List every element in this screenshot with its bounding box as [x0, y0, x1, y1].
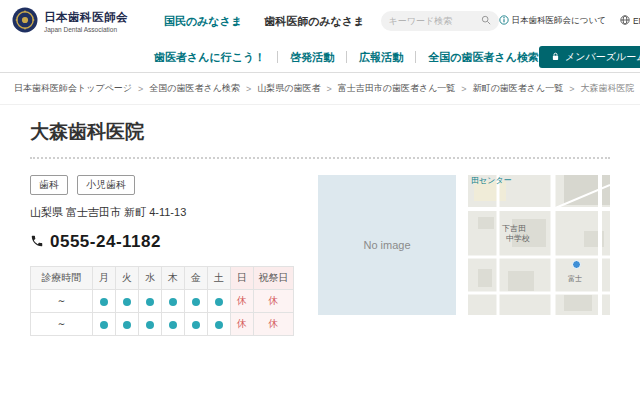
english-link[interactable]: ENGLISH [620, 15, 640, 27]
map-embed[interactable]: 田センター 下吉田 中学校 富士 [468, 175, 610, 315]
hours-header-sun: 日 [231, 267, 254, 290]
no-image-label: No image [363, 239, 410, 251]
content-columns: 歯科 小児歯科 山梨県 富士吉田市 新町 4-11-13 0555-24-118… [30, 175, 610, 336]
breadcrumb-link-district[interactable]: 新町の歯医者さん一覧 [473, 82, 564, 95]
specialty-tag-dental: 歯科 [30, 175, 68, 195]
closed-cell-holiday: 休 [254, 290, 294, 313]
open-cell-fri [185, 313, 208, 336]
header-bottom: 歯医者さんに行こう！ 啓発活動 広報活動 全国の歯医者さん検索 メンバーズルーム [0, 42, 640, 72]
site-header: 日本歯科医師会 Japan Dental Association 国民のみなさま… [0, 0, 640, 73]
breadcrumb-separator: > [138, 84, 143, 94]
english-label: ENGLISH [633, 16, 640, 26]
map-label-school-line1: 下吉田 [502, 225, 526, 234]
brand-home-link[interactable]: 日本歯科医師会 Japan Dental Association [12, 7, 154, 35]
nav-dentists[interactable]: 歯科医師のみなさま [264, 14, 364, 29]
breadcrumb-link-prefecture[interactable]: 山梨県の歯医者 [257, 82, 320, 95]
open-dot [123, 298, 131, 306]
nav-citizens[interactable]: 国民のみなさま [164, 14, 242, 29]
main-content: 大森歯科医院 歯科 小児歯科 山梨県 富士吉田市 新町 4-11-13 0555… [0, 105, 640, 336]
search-box [381, 11, 499, 31]
nav-publicity[interactable]: 広報活動 [359, 50, 403, 65]
hours-header-time: 診療時間 [31, 267, 93, 290]
nav-divider [415, 51, 416, 63]
open-dot [100, 298, 108, 306]
specialty-tag-pediatric: 小児歯科 [77, 175, 135, 195]
nav-divider [277, 51, 278, 63]
clinic-address: 山梨県 富士吉田市 新町 4-11-13 [30, 205, 306, 220]
open-cell-thu [162, 290, 185, 313]
hours-row-1: ～ 休 休 [31, 290, 294, 313]
page: 日本歯科医師会 Japan Dental Association 国民のみなさま… [0, 0, 640, 336]
hours-header-tue: 火 [116, 267, 139, 290]
members-room-button[interactable]: メンバーズルーム [539, 46, 640, 68]
jda-logo-icon [12, 7, 38, 35]
breadcrumb-current: 大森歯科医院 [581, 82, 635, 95]
open-dot [215, 321, 223, 329]
map-poi-marker [572, 260, 581, 269]
nav-dentist-search[interactable]: 全国の歯医者さん検索 [428, 50, 539, 65]
breadcrumb-link-home[interactable]: 日本歯科医師会トップページ [14, 82, 132, 95]
clinic-info-column: 歯科 小児歯科 山梨県 富士吉田市 新町 4-11-13 0555-24-118… [30, 175, 306, 336]
about-jda-label: 日本歯科医師会について [512, 15, 606, 27]
nav-awareness[interactable]: 啓発活動 [290, 50, 334, 65]
breadcrumb-separator: > [326, 84, 331, 94]
breadcrumb-link-city[interactable]: 富士吉田市の歯医者さん一覧 [338, 82, 456, 95]
map-label-fuji: 富士 [568, 275, 582, 283]
open-dot [169, 298, 177, 306]
audience-nav: 国民のみなさま 歯科医師のみなさま [164, 14, 365, 29]
open-dot [100, 321, 108, 329]
about-jda-link[interactable]: 日本歯科医師会について [499, 15, 606, 27]
phone-row: 0555-24-1182 [30, 232, 306, 252]
breadcrumb: 日本歯科医師会トップページ > 全国の歯医者さん検索 > 山梨県の歯医者 > 富… [0, 73, 640, 105]
hours-header-thu: 木 [162, 267, 185, 290]
map-label-center: 田センター [471, 177, 512, 186]
dotted-divider [30, 157, 610, 159]
clinic-phone-number: 0555-24-1182 [50, 232, 161, 252]
utility-nav: 日本歯科医師会について ENGLISH [499, 15, 640, 27]
brand-title: 日本歯科医師会 [44, 10, 128, 25]
closed-cell-sun: 休 [231, 290, 254, 313]
hours-row-2: ～ 休 休 [31, 313, 294, 336]
search-icon[interactable] [481, 15, 491, 27]
search-input[interactable] [389, 16, 481, 26]
no-image-placeholder: No image [318, 175, 456, 315]
breadcrumb-link-search[interactable]: 全国の歯医者さん検索 [149, 82, 240, 95]
open-dot [169, 321, 177, 329]
open-dot [192, 321, 200, 329]
hours-header-row: 診療時間 月 火 水 木 金 土 日 祝祭日 [31, 267, 294, 290]
breadcrumb-separator: > [569, 84, 574, 94]
open-dot [215, 298, 223, 306]
hours-header-fri: 金 [185, 267, 208, 290]
breadcrumb-separator: > [461, 84, 466, 94]
main-nav: 歯医者さんに行こう！ 啓発活動 広報活動 全国の歯医者さん検索 [154, 50, 539, 65]
hours-time-cell: ～ [31, 290, 93, 313]
hours-header-holiday: 祝祭日 [254, 267, 294, 290]
open-dot [146, 298, 154, 306]
open-cell-thu [162, 313, 185, 336]
hours-header-mon: 月 [93, 267, 116, 290]
open-dot [192, 298, 200, 306]
open-cell-tue [116, 290, 139, 313]
hours-table: 診療時間 月 火 水 木 金 土 日 祝祭日 ～ [30, 266, 294, 336]
breadcrumb-separator: > [246, 84, 251, 94]
open-cell-sat [208, 290, 231, 313]
map-graphic [468, 175, 610, 315]
closed-cell-sun: 休 [231, 313, 254, 336]
nav-divider [346, 51, 347, 63]
open-dot [123, 321, 131, 329]
open-cell-mon [93, 313, 116, 336]
open-cell-sat [208, 313, 231, 336]
header-top: 日本歯科医師会 Japan Dental Association 国民のみなさま… [0, 0, 640, 42]
hours-header-wed: 水 [139, 267, 162, 290]
open-cell-tue [116, 313, 139, 336]
brand-subtitle: Japan Dental Association [44, 26, 128, 33]
open-cell-mon [93, 290, 116, 313]
hours-time-cell: ～ [31, 313, 93, 336]
closed-cell-holiday: 休 [254, 313, 294, 336]
nav-go-to-dentist[interactable]: 歯医者さんに行こう！ [154, 50, 265, 65]
open-cell-wed [139, 290, 162, 313]
lock-icon [551, 52, 560, 63]
members-room-label: メンバーズルーム [565, 50, 640, 64]
phone-icon [30, 234, 44, 250]
map-label-school-line2: 中学校 [506, 235, 530, 244]
